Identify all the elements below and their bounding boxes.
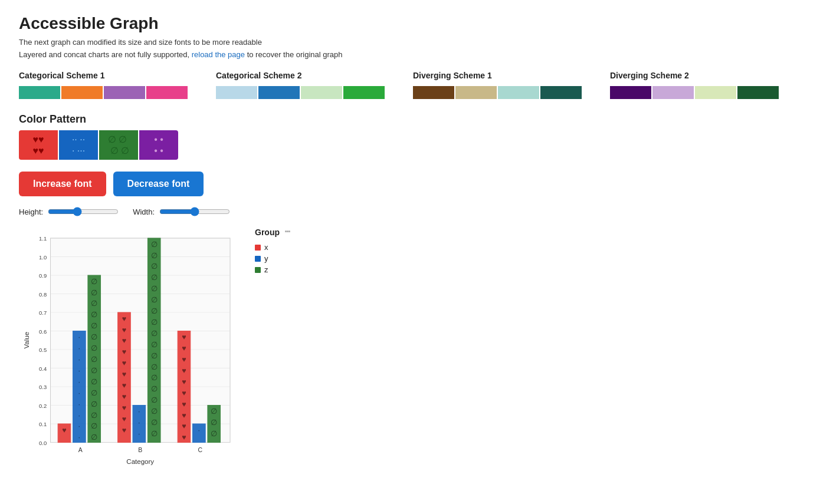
pattern-block[interactable]: • • • • <box>139 130 178 160</box>
svg-text:∅: ∅ <box>151 374 158 383</box>
legend-item: y <box>255 254 290 263</box>
svg-text:·: · <box>78 378 81 386</box>
svg-text:·: · <box>138 419 140 427</box>
svg-text:·: · <box>198 426 201 434</box>
pattern-block[interactable]: ·· ·· · ··· <box>59 130 98 160</box>
svg-text:∅: ∅ <box>151 341 158 349</box>
height-slider[interactable] <box>48 207 119 216</box>
color-schemes: Categorical Scheme 1Categorical Scheme 2… <box>19 71 814 99</box>
svg-text:∅: ∅ <box>91 433 97 442</box>
svg-text:∅: ∅ <box>91 422 97 430</box>
reload-link[interactable]: reload the page <box>192 50 245 59</box>
svg-text:∅: ∅ <box>91 367 97 375</box>
svg-text:∅: ∅ <box>151 330 158 338</box>
svg-text:∅: ∅ <box>151 296 158 304</box>
scheme-label: Diverging Scheme 1 <box>413 71 582 80</box>
legend-color-dot <box>255 267 261 273</box>
pattern-block[interactable]: ∅ ∅ ∅ ∅ <box>99 130 138 160</box>
subtitle: The next graph can modified its size and… <box>19 38 814 47</box>
svg-text:∅: ∅ <box>91 289 97 297</box>
decrease-font-button[interactable]: Decrease font <box>113 172 204 196</box>
color-swatch[interactable] <box>498 86 539 99</box>
svg-text:A: A <box>78 446 83 453</box>
svg-text:∅: ∅ <box>91 400 97 409</box>
color-swatch[interactable] <box>19 86 60 99</box>
color-swatch[interactable] <box>343 86 385 99</box>
pattern-block[interactable]: ♥♥ ♥♥ <box>19 130 58 160</box>
legend-options-icon[interactable]: ··· <box>284 226 290 238</box>
legend-color-dot <box>255 256 261 262</box>
svg-text:∅: ∅ <box>151 352 158 360</box>
chart-container: 0.00.10.20.30.40.50.60.70.80.91.01.1Valu… <box>19 226 243 473</box>
legend-container: Group ··· xyz <box>255 226 290 274</box>
svg-text:∅: ∅ <box>91 278 97 286</box>
svg-text:♥: ♥ <box>62 426 66 434</box>
color-swatch[interactable] <box>216 86 257 99</box>
svg-text:♥: ♥ <box>122 370 126 378</box>
svg-text:0.4: 0.4 <box>39 365 47 372</box>
color-swatch[interactable] <box>737 86 779 99</box>
svg-text:0.9: 0.9 <box>39 272 47 279</box>
legend-color-dot <box>255 245 261 251</box>
svg-text:∅: ∅ <box>151 419 158 427</box>
color-swatch[interactable] <box>61 86 103 99</box>
color-swatch[interactable] <box>455 86 497 99</box>
svg-text:∅: ∅ <box>211 419 217 427</box>
svg-text:0.8: 0.8 <box>39 291 47 298</box>
color-swatch[interactable] <box>610 86 651 99</box>
color-swatch[interactable] <box>104 86 145 99</box>
svg-text:♥: ♥ <box>182 422 186 430</box>
legend-item-label: x <box>264 243 268 252</box>
svg-text:·: · <box>78 355 81 364</box>
legend-item-label: y <box>264 254 268 263</box>
svg-text:∅: ∅ <box>91 300 97 308</box>
svg-text:0.3: 0.3 <box>39 384 47 390</box>
svg-text:♥: ♥ <box>182 389 186 397</box>
svg-text:∅: ∅ <box>151 363 158 371</box>
color-swatch[interactable] <box>301 86 342 99</box>
color-pattern-section: Color Pattern ♥♥ ♥♥·· ·· · ···∅ ∅ ∅ ∅• •… <box>19 113 814 160</box>
svg-text:0.2: 0.2 <box>39 403 47 409</box>
legend-item: z <box>255 265 290 274</box>
svg-text:∅: ∅ <box>151 285 158 293</box>
legend-item: x <box>255 243 290 252</box>
svg-text:♥: ♥ <box>122 359 126 367</box>
svg-text:♥: ♥ <box>182 378 186 386</box>
svg-text:·: · <box>78 422 81 430</box>
svg-text:♥: ♥ <box>182 400 186 409</box>
increase-font-button[interactable]: Increase font <box>19 172 106 196</box>
scheme-swatches[interactable] <box>413 86 582 99</box>
scheme-block: Diverging Scheme 2 <box>610 71 779 99</box>
color-swatch[interactable] <box>146 86 188 99</box>
scheme-swatches[interactable] <box>19 86 188 99</box>
chart-area: 0.00.10.20.30.40.50.60.70.80.91.01.1Valu… <box>19 226 814 473</box>
svg-text:♥: ♥ <box>122 393 126 401</box>
svg-text:∅: ∅ <box>211 407 217 416</box>
color-pattern-label: Color Pattern <box>19 113 814 126</box>
font-buttons: Increase font Decrease font <box>19 172 814 196</box>
svg-text:∅: ∅ <box>151 252 158 260</box>
color-swatch[interactable] <box>652 86 694 99</box>
color-swatch[interactable] <box>258 86 300 99</box>
svg-text:0.0: 0.0 <box>39 440 47 446</box>
svg-text:Category: Category <box>126 458 154 465</box>
svg-text:∅: ∅ <box>91 322 97 330</box>
svg-text:∅: ∅ <box>91 378 97 386</box>
scheme-swatches[interactable] <box>216 86 385 99</box>
svg-text:♥: ♥ <box>122 415 126 423</box>
svg-text:0.6: 0.6 <box>39 328 47 335</box>
scheme-label: Diverging Scheme 2 <box>610 71 779 80</box>
bar-chart: 0.00.10.20.30.40.50.60.70.80.91.01.1Valu… <box>19 226 243 473</box>
page-title: Accessible Graph <box>19 14 814 33</box>
scheme-swatches[interactable] <box>610 86 779 99</box>
svg-text:∅: ∅ <box>151 274 158 282</box>
color-swatch[interactable] <box>695 86 736 99</box>
color-swatch[interactable] <box>540 86 582 99</box>
svg-text:♥: ♥ <box>122 326 126 334</box>
width-slider[interactable] <box>159 207 230 216</box>
svg-text:∅: ∅ <box>151 430 158 438</box>
svg-text:∅: ∅ <box>151 396 158 404</box>
color-swatch[interactable] <box>413 86 454 99</box>
svg-text:·: · <box>78 344 81 353</box>
svg-text:∅: ∅ <box>151 385 158 393</box>
